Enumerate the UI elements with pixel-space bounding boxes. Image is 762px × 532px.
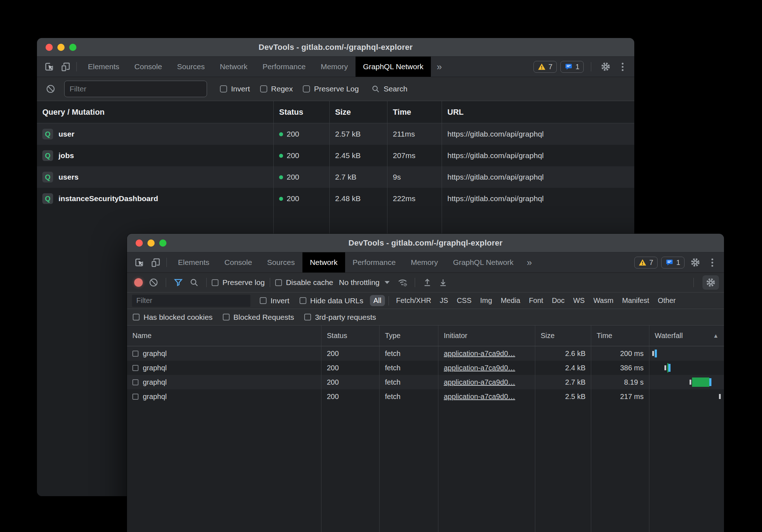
settings-gear-icon[interactable] bbox=[598, 60, 613, 74]
table-row[interactable]: graphql 200 fetch application-a7ca9d0… 2… bbox=[127, 361, 724, 375]
column-header-type[interactable]: Type bbox=[380, 326, 438, 346]
hide-data-urls-checkbox-group[interactable]: Hide data URLs bbox=[300, 296, 363, 305]
import-har-icon[interactable] bbox=[420, 275, 434, 290]
disable-cache-checkbox-group[interactable]: Disable cache bbox=[275, 278, 333, 287]
warnings-badge[interactable]: 7 bbox=[634, 257, 658, 269]
tab-graphql-network[interactable]: GraphQL Network bbox=[356, 57, 431, 77]
messages-badge[interactable]: 1 bbox=[661, 257, 685, 269]
type-filter-css[interactable]: CSS bbox=[453, 295, 475, 306]
column-header-size[interactable]: Size bbox=[330, 101, 387, 123]
throttling-dropdown[interactable]: No throttling bbox=[335, 278, 394, 287]
titlebar[interactable]: DevTools - gitlab.com/-/graphql-explorer bbox=[37, 38, 634, 57]
table-row[interactable]: Quser 200 2.57 kB 211ms https://gitlab.c… bbox=[37, 123, 634, 145]
third-party-requests-checkbox[interactable] bbox=[304, 314, 311, 320]
type-filter-js[interactable]: JS bbox=[436, 295, 452, 306]
filter-input[interactable] bbox=[64, 81, 207, 97]
column-header-url[interactable]: URL bbox=[442, 101, 634, 123]
column-header-status[interactable]: Status bbox=[321, 326, 380, 346]
preserve-log-checkbox[interactable] bbox=[303, 85, 310, 92]
block-clear-icon[interactable] bbox=[43, 82, 58, 96]
column-header-query-mutation[interactable]: Query / Mutation bbox=[37, 101, 274, 123]
inspect-icon[interactable] bbox=[42, 60, 56, 74]
column-header-size[interactable]: Size bbox=[535, 326, 591, 346]
disable-cache-checkbox[interactable] bbox=[275, 279, 282, 286]
initiator-link[interactable]: application-a7ca9d0… bbox=[444, 378, 515, 386]
network-conditions-icon[interactable] bbox=[395, 275, 410, 290]
row-checkbox[interactable] bbox=[132, 379, 138, 385]
tab-graphql-network[interactable]: GraphQL Network bbox=[446, 252, 521, 272]
tab-performance[interactable]: Performance bbox=[255, 57, 313, 77]
search-icon[interactable] bbox=[187, 275, 201, 290]
has-blocked-cookies-checkbox[interactable] bbox=[133, 314, 140, 320]
more-tabs-chevron[interactable]: » bbox=[521, 257, 537, 268]
tab-console[interactable]: Console bbox=[127, 57, 170, 77]
minimize-button[interactable] bbox=[147, 239, 155, 247]
zoom-button[interactable] bbox=[69, 44, 76, 51]
preserve-log-checkbox-group[interactable]: Preserve log bbox=[212, 278, 265, 287]
blocked-requests-checkbox[interactable] bbox=[223, 314, 230, 320]
row-checkbox[interactable] bbox=[132, 351, 138, 357]
export-har-icon[interactable] bbox=[436, 275, 450, 290]
preserve-log-checkbox[interactable] bbox=[212, 279, 218, 286]
record-button[interactable] bbox=[134, 278, 143, 287]
type-filter-all[interactable]: All bbox=[370, 295, 385, 306]
table-row[interactable]: graphql 200 fetch application-a7ca9d0… 2… bbox=[127, 389, 724, 404]
row-checkbox[interactable] bbox=[132, 365, 138, 371]
type-filter-ws[interactable]: WS bbox=[570, 295, 588, 306]
device-toolbar-icon[interactable] bbox=[149, 255, 163, 270]
tab-sources[interactable]: Sources bbox=[170, 57, 212, 77]
type-filter-doc[interactable]: Doc bbox=[548, 295, 568, 306]
third-party-requests-checkbox-group[interactable]: 3rd-party requests bbox=[304, 313, 376, 322]
initiator-link[interactable]: application-a7ca9d0… bbox=[444, 393, 515, 401]
type-filter-manifest[interactable]: Manifest bbox=[618, 295, 653, 306]
column-header-initiator[interactable]: Initiator bbox=[438, 326, 535, 346]
initiator-link[interactable]: application-a7ca9d0… bbox=[444, 350, 515, 358]
table-row[interactable]: Qusers 200 2.7 kB 9s https://gitlab.com/… bbox=[37, 166, 634, 188]
kebab-menu-icon[interactable] bbox=[706, 255, 718, 270]
table-row[interactable]: Qjobs 200 2.45 kB 207ms https://gitlab.c… bbox=[37, 145, 634, 166]
column-header-time[interactable]: Time bbox=[387, 101, 442, 123]
network-settings-gear-icon[interactable] bbox=[702, 275, 719, 290]
warnings-badge[interactable]: 7 bbox=[533, 61, 557, 73]
table-row[interactable]: graphql 200 fetch application-a7ca9d0… 2… bbox=[127, 346, 724, 361]
tab-memory[interactable]: Memory bbox=[313, 57, 356, 77]
tab-elements[interactable]: Elements bbox=[80, 57, 127, 77]
invert-checkbox[interactable] bbox=[220, 85, 227, 92]
column-header-waterfall[interactable]: Waterfall ▲ bbox=[649, 326, 724, 346]
minimize-button[interactable] bbox=[57, 44, 65, 51]
column-header-time[interactable]: Time bbox=[591, 326, 649, 346]
tab-memory[interactable]: Memory bbox=[403, 252, 446, 272]
kebab-menu-icon[interactable] bbox=[616, 60, 629, 74]
invert-checkbox-group[interactable]: Invert bbox=[220, 85, 250, 93]
type-filter-img[interactable]: Img bbox=[476, 295, 495, 306]
tab-elements[interactable]: Elements bbox=[170, 252, 217, 272]
inspect-icon[interactable] bbox=[132, 255, 146, 270]
filter-funnel-icon[interactable] bbox=[171, 275, 185, 290]
invert-checkbox-group[interactable]: Invert bbox=[260, 296, 290, 305]
type-filter-other[interactable]: Other bbox=[654, 295, 679, 306]
initiator-link[interactable]: application-a7ca9d0… bbox=[444, 364, 515, 372]
has-blocked-cookies-checkbox-group[interactable]: Has blocked cookies bbox=[133, 313, 213, 322]
titlebar[interactable]: DevTools - gitlab.com/-/graphql-explorer bbox=[127, 234, 724, 252]
search-control[interactable]: Search bbox=[371, 84, 408, 94]
tab-network[interactable]: Network bbox=[302, 252, 345, 272]
regex-checkbox[interactable] bbox=[260, 85, 267, 92]
tab-console[interactable]: Console bbox=[217, 252, 260, 272]
tab-performance[interactable]: Performance bbox=[345, 252, 403, 272]
clear-icon[interactable] bbox=[146, 275, 161, 290]
settings-gear-icon[interactable] bbox=[688, 255, 702, 270]
filter-input[interactable] bbox=[132, 295, 250, 307]
table-row[interactable]: graphql 200 fetch application-a7ca9d0… 2… bbox=[127, 375, 724, 389]
preserve-log-checkbox-group[interactable]: Preserve Log bbox=[303, 85, 359, 93]
table-row[interactable]: QinstanceSecurityDashboard 200 2.48 kB 2… bbox=[37, 188, 634, 209]
type-filter-fetch-xhr[interactable]: Fetch/XHR bbox=[392, 295, 435, 306]
column-header-status[interactable]: Status bbox=[274, 101, 330, 123]
more-tabs-chevron[interactable]: » bbox=[431, 61, 447, 72]
close-button[interactable] bbox=[136, 239, 143, 247]
tab-sources[interactable]: Sources bbox=[260, 252, 302, 272]
messages-badge[interactable]: 1 bbox=[560, 61, 584, 73]
close-button[interactable] bbox=[46, 44, 53, 51]
regex-checkbox-group[interactable]: Regex bbox=[260, 85, 293, 93]
hide-data-urls-checkbox[interactable] bbox=[300, 297, 306, 304]
zoom-button[interactable] bbox=[159, 239, 166, 247]
